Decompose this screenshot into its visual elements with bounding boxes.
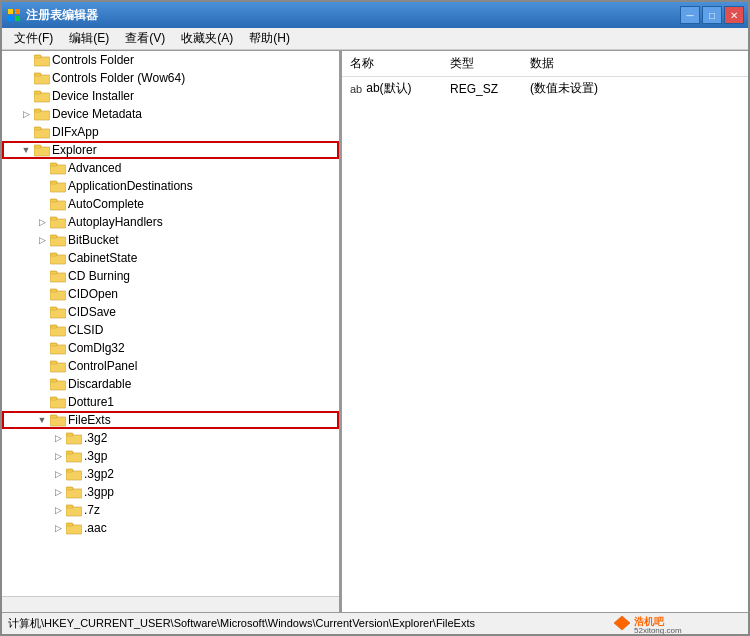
tree-item[interactable]: ApplicationDestinations bbox=[2, 177, 339, 195]
tree-expand-icon[interactable]: ▷ bbox=[18, 105, 34, 123]
svg-rect-60 bbox=[50, 381, 66, 390]
tree-item[interactable]: ▷ AutoplayHandlers bbox=[2, 213, 339, 231]
svg-marker-85 bbox=[614, 616, 630, 630]
tree-expand-icon[interactable]: ▷ bbox=[50, 519, 66, 537]
tree-item[interactable]: ▷ .aac bbox=[2, 519, 339, 537]
registry-editor-window: 注册表编辑器 ─ □ ✕ 文件(F) 编辑(E) 查看(V) 收藏夹(A) 帮助… bbox=[0, 0, 750, 636]
tree-expand-icon[interactable]: ▼ bbox=[18, 141, 34, 159]
folder-icon bbox=[34, 71, 50, 85]
tree-item[interactable]: DIFxApp bbox=[2, 123, 339, 141]
tree-item[interactable]: Controls Folder (Wow64) bbox=[2, 69, 339, 87]
folder-icon bbox=[50, 341, 66, 355]
tree-item-label: DIFxApp bbox=[52, 125, 99, 139]
close-button[interactable]: ✕ bbox=[724, 6, 744, 24]
menu-edit[interactable]: 编辑(E) bbox=[61, 28, 117, 49]
svg-rect-9 bbox=[34, 75, 50, 84]
right-pane-row[interactable]: ab ab(默认) REG_SZ (数值未设置) bbox=[342, 77, 748, 100]
tree-item[interactable]: ▼ Explorer bbox=[2, 141, 339, 159]
status-bar: 计算机\HKEY_CURRENT_USER\Software\Microsoft… bbox=[2, 612, 748, 634]
title-bar-buttons: ─ □ ✕ bbox=[680, 6, 744, 24]
tree-expand-icon[interactable]: ▷ bbox=[34, 231, 50, 249]
svg-rect-12 bbox=[34, 93, 50, 102]
tree-item[interactable]: ▷ Device Metadata bbox=[2, 105, 339, 123]
tree-item-label: ComDlg32 bbox=[68, 341, 125, 355]
tree-item-label: .3g2 bbox=[84, 431, 107, 445]
maximize-button[interactable]: □ bbox=[702, 6, 722, 24]
tree-item[interactable]: CIDSave bbox=[2, 303, 339, 321]
tree-item[interactable]: CIDOpen bbox=[2, 285, 339, 303]
main-content: Controls Folder Controls Folder (Wow64) … bbox=[2, 50, 748, 612]
status-bar-path: 计算机\HKEY_CURRENT_USER\Software\Microsoft… bbox=[8, 616, 475, 631]
tree-scroll[interactable]: Controls Folder Controls Folder (Wow64) … bbox=[2, 51, 339, 596]
folder-icon bbox=[50, 197, 66, 211]
folder-icon bbox=[50, 413, 66, 427]
tree-item[interactable]: AutoComplete bbox=[2, 195, 339, 213]
tree-item[interactable]: Controls Folder bbox=[2, 51, 339, 69]
svg-rect-18 bbox=[34, 129, 50, 138]
menu-favorites[interactable]: 收藏夹(A) bbox=[173, 28, 241, 49]
tree-item[interactable]: ▷ .3gp bbox=[2, 447, 339, 465]
tree-item[interactable]: Discardable bbox=[2, 375, 339, 393]
tree-item[interactable]: CabinetState bbox=[2, 249, 339, 267]
tree-item[interactable]: ▷ .3g2 bbox=[2, 429, 339, 447]
tree-item[interactable]: Device Installer bbox=[2, 87, 339, 105]
folder-icon bbox=[34, 89, 50, 103]
svg-rect-36 bbox=[50, 237, 66, 246]
menu-file[interactable]: 文件(F) bbox=[6, 28, 61, 49]
svg-rect-78 bbox=[66, 489, 82, 498]
tree-expand-icon bbox=[34, 249, 50, 267]
svg-rect-75 bbox=[66, 471, 82, 480]
tree-item-label: Device Installer bbox=[52, 89, 134, 103]
tree-item-label: AutoplayHandlers bbox=[68, 215, 163, 229]
column-name: 名称 bbox=[350, 55, 450, 72]
tree-expand-icon[interactable]: ▷ bbox=[50, 429, 66, 447]
svg-rect-54 bbox=[50, 345, 66, 354]
tree-item[interactable]: ComDlg32 bbox=[2, 339, 339, 357]
tree-item[interactable]: ▷ .3gpp bbox=[2, 483, 339, 501]
tree-item[interactable]: ▼ FileExts bbox=[2, 411, 339, 429]
right-pane-header: 名称 类型 数据 bbox=[342, 51, 748, 77]
tree-item[interactable]: CD Burning bbox=[2, 267, 339, 285]
tree-item-label: .3gpp bbox=[84, 485, 114, 499]
menu-bar: 文件(F) 编辑(E) 查看(V) 收藏夹(A) 帮助(H) bbox=[2, 28, 748, 50]
tree-item[interactable]: Dotture1 bbox=[2, 393, 339, 411]
tree-pane: Controls Folder Controls Folder (Wow64) … bbox=[2, 51, 342, 612]
tree-item-label: CLSID bbox=[68, 323, 103, 337]
menu-help[interactable]: 帮助(H) bbox=[241, 28, 298, 49]
tree-item-label: FileExts bbox=[68, 413, 111, 427]
minimize-button[interactable]: ─ bbox=[680, 6, 700, 24]
tree-expand-icon bbox=[34, 375, 50, 393]
tree-item-label: CabinetState bbox=[68, 251, 137, 265]
folder-icon bbox=[50, 233, 66, 247]
tree-expand-icon[interactable]: ▷ bbox=[50, 447, 66, 465]
tree-item[interactable]: Advanced bbox=[2, 159, 339, 177]
tree-item[interactable]: ▷ BitBucket bbox=[2, 231, 339, 249]
folder-icon bbox=[50, 215, 66, 229]
tree-item[interactable]: ▷ .7z bbox=[2, 501, 339, 519]
svg-rect-2 bbox=[8, 16, 13, 21]
tree-horizontal-scrollbar[interactable] bbox=[2, 596, 339, 612]
tree-item[interactable]: ControlPanel bbox=[2, 357, 339, 375]
tree-item-label: CIDOpen bbox=[68, 287, 118, 301]
tree-item-label: Controls Folder bbox=[52, 53, 134, 67]
tree-expand-icon[interactable]: ▼ bbox=[34, 411, 50, 429]
svg-rect-27 bbox=[50, 183, 66, 192]
tree-expand-icon bbox=[34, 303, 50, 321]
svg-rect-3 bbox=[15, 16, 20, 21]
status-bar-logo: 浩机吧 52xitong.com bbox=[604, 612, 744, 634]
tree-expand-icon[interactable]: ▷ bbox=[50, 483, 66, 501]
tree-expand-icon[interactable]: ▷ bbox=[34, 213, 50, 231]
tree-expand-icon[interactable]: ▷ bbox=[50, 501, 66, 519]
tree-item[interactable]: CLSID bbox=[2, 321, 339, 339]
tree-expand-icon bbox=[34, 159, 50, 177]
folder-icon bbox=[66, 449, 82, 463]
tree-expand-icon[interactable]: ▷ bbox=[50, 465, 66, 483]
tree-item-label: Dotture1 bbox=[68, 395, 114, 409]
tree-item-label: Explorer bbox=[52, 143, 97, 157]
tree-item[interactable]: ▷ .3gp2 bbox=[2, 465, 339, 483]
menu-view[interactable]: 查看(V) bbox=[117, 28, 173, 49]
tree-item-label: CIDSave bbox=[68, 305, 116, 319]
folder-icon bbox=[50, 359, 66, 373]
folder-icon bbox=[50, 179, 66, 193]
svg-rect-84 bbox=[66, 525, 82, 534]
